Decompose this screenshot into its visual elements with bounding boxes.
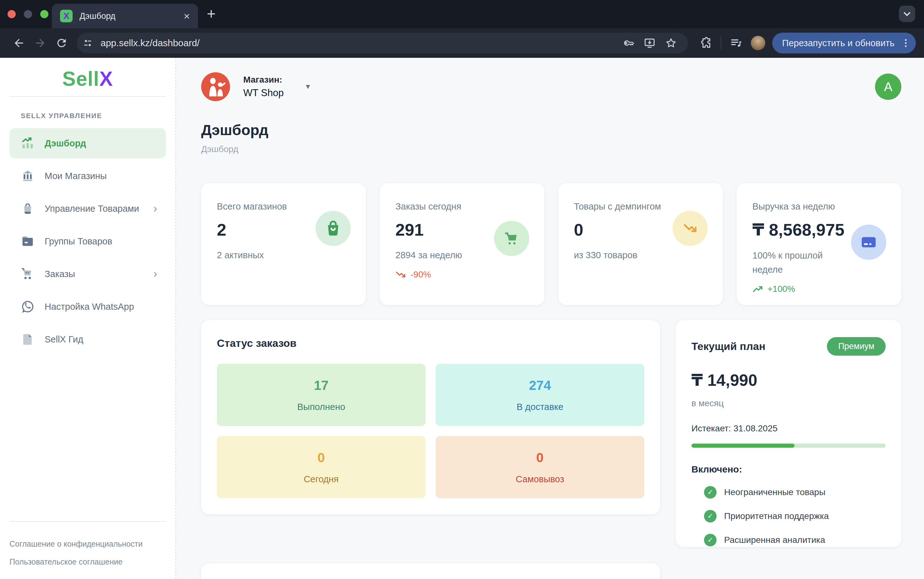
- plan-feature: ✓ Неограниченные товары: [704, 486, 886, 499]
- plan-feature: ✓ Приоритетная поддержка: [704, 510, 886, 522]
- document-icon: [21, 332, 34, 346]
- dots-vertical-icon: [900, 38, 911, 49]
- stat-trend-up: +100%: [752, 284, 886, 294]
- sidebar-item-my-stores[interactable]: Мои Магазины: [10, 161, 166, 191]
- user-agreement-link[interactable]: Пользовательское соглашение: [10, 557, 166, 566]
- sidebar-item-sellx-guide[interactable]: SellX Гид: [10, 324, 166, 354]
- cart-icon: [21, 267, 34, 281]
- trend-value: +100%: [767, 284, 795, 294]
- browser-tab[interactable]: X Дэшборд ×: [52, 4, 198, 28]
- tile-value: 0: [318, 450, 324, 465]
- sidebar-item-label: Заказы: [44, 269, 75, 279]
- extensions-button[interactable]: [697, 35, 714, 51]
- bag-icon: [21, 202, 34, 216]
- trend-value: -90%: [410, 270, 431, 280]
- browser-toolbar: app.sellx.kz/dashboard/ Перезапустить и: [0, 28, 924, 58]
- trend-down-icon: [395, 269, 406, 280]
- install-icon: [644, 37, 655, 49]
- plan-expires: Истекает: 31.08.2025: [691, 424, 886, 433]
- toolbar-separator: [721, 36, 721, 50]
- store-name: WT Shop: [243, 87, 284, 99]
- feature-text: Приоритетная поддержка: [724, 511, 829, 521]
- sidebar-nav: Дэшборд Мои Магазины Управление Товарами…: [10, 128, 166, 354]
- privacy-agreement-link[interactable]: Соглашение о конфиденциальности: [10, 540, 166, 548]
- sidebar-item-label: Группы Товаров: [44, 236, 112, 247]
- credit-card-icon: [851, 225, 886, 260]
- stat-label: Заказы сегодня: [395, 201, 529, 212]
- password-manager-button[interactable]: [620, 35, 636, 51]
- star-icon: [665, 37, 677, 49]
- tune-icon: [82, 38, 93, 48]
- whatsapp-icon: [21, 300, 34, 314]
- chart-icon: [21, 136, 34, 150]
- store-bag-icon: [316, 211, 351, 246]
- url-text[interactable]: app.sellx.kz/dashboard/: [101, 38, 618, 48]
- store-label: Магазин:: [243, 75, 284, 85]
- top-sales-card: Топ продаж: [201, 563, 660, 579]
- media-controls-button[interactable]: [728, 35, 745, 51]
- sidebar-item-dashboard[interactable]: Дэшборд: [10, 128, 166, 158]
- stat-card-weekly-revenue: Выручка за неделю ₸ 8,568,975 100% к про…: [737, 183, 901, 305]
- sidebar-item-orders[interactable]: Заказы ›: [10, 259, 166, 289]
- sidebar-item-label: Управление Товарами: [44, 204, 139, 214]
- trend-up-icon: [752, 284, 763, 294]
- bookmark-button[interactable]: [663, 35, 679, 51]
- tile-value: 274: [529, 378, 551, 393]
- minimize-window-button[interactable]: [24, 10, 32, 18]
- forward-button[interactable]: [32, 35, 48, 51]
- tab-search-button[interactable]: [899, 6, 915, 22]
- plan-title: Текущий план: [691, 340, 765, 352]
- stat-label: Выручка за неделю: [752, 201, 886, 212]
- address-bar[interactable]: app.sellx.kz/dashboard/: [77, 33, 688, 53]
- forward-arrow-icon: [34, 37, 46, 49]
- site-settings-button[interactable]: [80, 35, 95, 51]
- relaunch-update-button[interactable]: Перезапустить и обновить: [772, 33, 916, 53]
- tile-label: Самовывоз: [516, 474, 564, 484]
- sidebar-item-label: SellX Гид: [44, 334, 83, 345]
- check-circle-icon: ✓: [704, 510, 717, 522]
- store-selector[interactable]: Магазин: WT Shop ▼: [201, 72, 311, 101]
- stats-row: Всего магазинов 2 2 активных Заказы сего…: [201, 183, 901, 305]
- user-avatar[interactable]: A: [875, 74, 901, 100]
- install-app-button[interactable]: [641, 35, 658, 51]
- store-logo: [201, 72, 230, 101]
- zoom-window-button[interactable]: [40, 10, 48, 18]
- stat-trend-down: -90%: [395, 269, 529, 280]
- tab-title: Дэшборд: [80, 11, 183, 21]
- sidebar-divider: [10, 96, 166, 97]
- sidebar-item-product-groups[interactable]: Группы Товаров: [10, 226, 166, 256]
- stat-sub: 100% к прошлой неделе: [752, 249, 850, 277]
- back-button[interactable]: [11, 35, 27, 51]
- new-tab-button[interactable]: +: [207, 5, 216, 22]
- plan-header: Текущий план Премиум: [691, 337, 886, 356]
- plan-progress-bar: [691, 443, 886, 448]
- status-tile-today: 0 Сегодня: [217, 436, 426, 498]
- sidebar-item-label: Дэшборд: [44, 138, 86, 149]
- sidebar-item-whatsapp-settings[interactable]: Настройка WhatsApp: [10, 291, 166, 322]
- sidebar: SellX SELLX УПРАВЛЕНИЕ Дэшборд Мои Магаз…: [0, 58, 176, 579]
- sidebar-item-label: Мои Магазины: [44, 171, 107, 181]
- stat-label: Товары с демпингом: [574, 201, 707, 212]
- folder-icon: [21, 234, 34, 248]
- stat-card-dumping-products: Товары с демпингом 0 из 330 товаров: [558, 183, 723, 305]
- reload-button[interactable]: [53, 35, 70, 51]
- plan-feature: ✓ Расширенная аналитика: [704, 534, 886, 546]
- tile-label: В доставке: [517, 402, 564, 412]
- sidebar-item-product-management[interactable]: Управление Товарами ›: [10, 193, 166, 224]
- status-tile-pickup: 0 Самовывоз: [436, 436, 644, 498]
- orders-cart-icon: [494, 221, 529, 256]
- logo-text-purple: X: [99, 67, 113, 90]
- puzzle-icon: [699, 37, 712, 49]
- close-window-button[interactable]: [8, 10, 16, 18]
- relaunch-update-label: Перезапустить и обновить: [782, 38, 895, 48]
- browser-menu-button[interactable]: [900, 38, 911, 49]
- plan-included-label: Включено:: [691, 464, 886, 475]
- sidebar-footer-divider: [10, 521, 166, 522]
- logo-text-green: Sell: [62, 67, 99, 90]
- plan-progress-fill: [691, 443, 795, 448]
- browser-profile-avatar[interactable]: [751, 36, 765, 50]
- tile-value: 0: [536, 450, 543, 465]
- close-tab-icon[interactable]: ×: [183, 11, 190, 21]
- chevron-down-icon: [902, 8, 913, 19]
- chevron-right-icon: ›: [153, 202, 157, 215]
